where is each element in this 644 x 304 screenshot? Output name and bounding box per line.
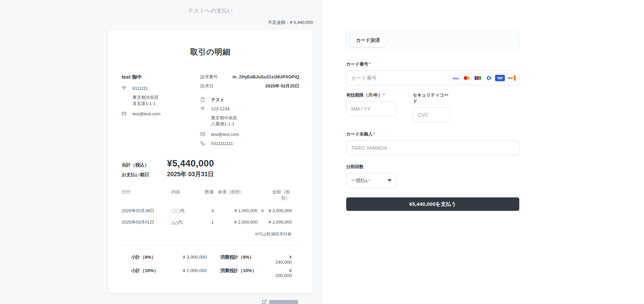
col-header-unit-price: 単価（税別）	[214, 189, 257, 195]
svg-text:VISA: VISA	[452, 77, 459, 80]
installments-select[interactable]: 一括払い	[346, 173, 397, 188]
item-tax-mark: ※	[257, 208, 268, 213]
item-date: 2025年03月01日	[122, 219, 171, 225]
total-amount: ¥5,440,000	[167, 158, 214, 169]
shortfall-label: 不足金額：	[268, 20, 290, 25]
item-amount: ¥ 3,000,000	[268, 208, 299, 213]
discover-icon	[506, 75, 516, 81]
tax-10-value: ¥ 200,000	[272, 268, 292, 278]
email-icon	[122, 111, 132, 117]
tax-8-value: ¥ 240,000	[272, 255, 292, 265]
subtotal-8-label: 小計（8%）	[131, 254, 169, 260]
invoice-totals: 合計（税込） ¥5,440,000 お支払い期日 2025年 03月31日	[122, 158, 299, 178]
jcb-icon	[473, 75, 483, 81]
col-header-description: 内容	[171, 189, 201, 195]
item-amount: ¥ 2,000,000	[268, 220, 299, 225]
chevron-down-icon	[388, 179, 392, 182]
item-quantity: 1	[201, 220, 214, 225]
cardholder-label-text: カード名義人	[346, 131, 373, 137]
issuer-postal-code: 123-1234	[211, 106, 230, 112]
email-icon	[200, 131, 211, 138]
tax-10-label: 消費税計（10%）	[220, 268, 272, 274]
col-header-quantity: 数量	[201, 189, 214, 195]
customer-postal-code: 8111111	[132, 85, 148, 91]
tab-card-payment[interactable]: カード決済	[350, 34, 386, 47]
required-mark: *	[369, 62, 371, 67]
items-table-header: 日付 内容 数量 単価（税別） 金額（税別）	[122, 189, 299, 202]
reduced-tax-footnote: ※印は軽減税率対象	[122, 231, 299, 237]
customer-address-line1: 東京都渋谷区	[132, 94, 200, 101]
table-row: 2025年02月28日 〇〇代 3 ¥ 1,000,000 ※ ¥ 3,000,…	[122, 202, 299, 214]
document-icon	[200, 97, 211, 103]
diners-icon	[484, 75, 494, 81]
issuer-address-line1: 東京都中央区	[211, 115, 299, 121]
cardholder-label: カード名義人*	[346, 131, 519, 137]
tax-8-label: 消費税計（8%）	[220, 254, 272, 260]
item-description: △△代	[171, 219, 201, 225]
subtotal-row: 小計（10%） ¥ 2,000,000 消費税計（10%） ¥ 200,000	[131, 268, 292, 278]
item-unit-price: ¥ 1,000,000	[214, 208, 257, 213]
customer-address-line2: 道玄坂1-1-1	[132, 101, 200, 107]
issuer-name: テスト	[211, 97, 225, 103]
total-label: 合計（税込）	[122, 162, 167, 168]
customer-email: test@test.com	[132, 111, 160, 117]
subtotals: 小計（8%） ¥ 3,000,000 消費税計（8%） ¥ 240,000 小計…	[131, 254, 292, 278]
payment-form: カード決済 カード番号* VISA	[346, 30, 519, 211]
mastercard-icon	[462, 75, 472, 81]
required-mark: *	[383, 92, 385, 98]
subtotal-8-value: ¥ 3,000,000	[169, 255, 207, 260]
expiry-label: 有効期限（月/年）*	[346, 92, 397, 98]
expiry-input[interactable]	[346, 101, 397, 116]
installments-value: 一括払い	[351, 178, 370, 184]
invoice-pane: テストへの支払い 不足金額：¥ 5,440,000 取引の明細 test 御中 …	[0, 0, 323, 304]
invoice-number-label: 請求番号	[200, 74, 218, 80]
issuer-address: 東京都中央区 八重洲1-1-1	[211, 115, 299, 127]
customer-block: test 御中 8111111 東京都渋谷区 道玄坂1-1-1	[122, 74, 200, 150]
col-header-amount: 金額（税別）	[268, 189, 299, 201]
visa-icon: VISA	[451, 75, 460, 81]
expiry-label-text: 有効期限（月/年）	[346, 92, 383, 98]
invoice-date: 2025年 02月25日	[266, 83, 299, 89]
phone-icon	[200, 141, 211, 147]
issuer-email: test@test.com	[211, 131, 239, 138]
clipped-link-text	[269, 300, 298, 304]
subtotal-row: 小計（8%） ¥ 3,000,000 消費税計（8%） ¥ 240,000	[131, 254, 292, 265]
issuer-address-line2: 八重洲1-1-1	[211, 121, 299, 127]
item-unit-price: ¥ 2,000,000	[214, 220, 257, 225]
card-brand-icons: VISA	[451, 75, 516, 81]
customer-address: 東京都渋谷区 道玄坂1-1-1	[132, 94, 200, 107]
due-date-label: お支払い期日	[122, 172, 167, 178]
external-link-icon	[262, 299, 267, 304]
required-mark: *	[373, 131, 375, 137]
issuer-block: 請求番号 in_ZHyEeBJuSu21x1NUPXOPiQ 請求日 2025年…	[200, 74, 299, 150]
page-title: テストへの支払い	[108, 0, 313, 14]
pay-button[interactable]: ¥5,440,000を支払う	[346, 197, 519, 211]
amex-icon	[495, 75, 505, 81]
card-number-label-text: カード番号	[346, 62, 368, 67]
items-table: 日付 内容 数量 単価（税別） 金額（税別） 2025年02月28日 〇〇代 3…	[122, 189, 299, 237]
invoice-card: 取引の明細 test 御中 8111111 東京都渋谷区 道玄坂1-1-1	[108, 29, 313, 294]
payment-method-tabs: カード決済	[346, 30, 519, 50]
item-quantity: 3	[201, 208, 214, 213]
subtotal-10-label: 小計（10%）	[131, 268, 169, 274]
divider	[122, 245, 299, 245]
item-date: 2025年02月28日	[122, 208, 171, 214]
col-header-date: 日付	[122, 189, 171, 195]
table-row: 2025年03月01日 △△代 1 ¥ 2,000,000 ¥ 2,000,00…	[122, 214, 299, 225]
subtotal-10-value: ¥ 2,000,000	[169, 268, 207, 273]
open-invoice-link[interactable]	[262, 299, 313, 304]
invoice-number: in_ZHyEeBJuSu21x1NUPXOPiQ	[233, 74, 299, 80]
cvc-input[interactable]	[413, 107, 450, 122]
card-number-label: カード番号*	[346, 61, 519, 67]
customer-name: test 御中	[122, 74, 200, 80]
payment-pane: カード決済 カード番号* VISA	[323, 0, 644, 304]
shortfall-value: ¥ 5,440,000	[290, 20, 313, 25]
installments-label: 分割回数	[346, 164, 519, 170]
cvc-label: セキュリティコード	[413, 92, 450, 104]
item-description: 〇〇代	[171, 208, 201, 214]
cardholder-input[interactable]	[346, 140, 519, 155]
issuer-phone: 0311111111	[211, 141, 233, 147]
postal-mark-icon	[200, 106, 211, 112]
shortfall-amount: 不足金額：¥ 5,440,000	[108, 20, 313, 26]
due-date: 2025年 03月31日	[167, 170, 214, 178]
